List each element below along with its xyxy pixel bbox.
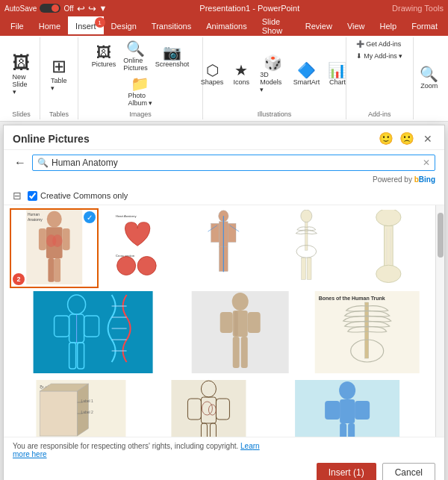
tab-insert[interactable]: Insert 1 xyxy=(68,16,104,36)
image-cell-2[interactable]: Heart Anatomy Cross section xyxy=(100,208,181,288)
image-cell-7[interactable] xyxy=(178,290,302,377)
copyright-note: You are responsible for respecting other… xyxy=(13,442,435,458)
table-icon: ⊞ xyxy=(52,56,66,77)
tab-slideshow[interactable]: Slide Show xyxy=(255,16,298,36)
scrollbar-vertical[interactable] xyxy=(435,205,444,437)
image-cell-4[interactable] xyxy=(266,208,347,288)
icons-button[interactable]: ★ Icons xyxy=(228,60,255,88)
search-icon: 🔍 xyxy=(37,158,49,168)
table-button[interactable]: ⊞ Table ▾ xyxy=(45,53,73,95)
svg-rect-3 xyxy=(39,228,46,250)
blue-body-side-image xyxy=(267,380,428,437)
tab-file[interactable]: File xyxy=(3,16,31,36)
creative-commons-filter[interactable]: Creative Commons only xyxy=(28,191,128,201)
screenshot-button[interactable]: 📷 Screenshot xyxy=(152,43,193,70)
learn-more-link[interactable]: Learn xyxy=(240,442,260,450)
shapes-button[interactable]: ⬡ Shapes xyxy=(198,60,226,88)
tab-help[interactable]: Help xyxy=(373,16,405,36)
svg-text:Bones of the Human Trunk: Bones of the Human Trunk xyxy=(318,296,385,301)
undo-icon[interactable]: ↩ xyxy=(77,3,85,14)
image-cell-3[interactable] xyxy=(183,208,264,288)
new-slide-button[interactable]: 🖼 NewSlide ▾ xyxy=(7,49,37,99)
online-pictures-icon: 🔍 xyxy=(126,41,145,56)
image-row-3: علم التشريح Label 1 Label 2 xyxy=(10,378,429,437)
smiley-happy-icon[interactable]: 🙂 xyxy=(379,131,393,146)
svg-rect-55 xyxy=(248,312,261,333)
insert-button[interactable]: Insert (1) xyxy=(317,463,376,480)
new-slide-icon: 🖼 xyxy=(13,52,31,73)
svg-rect-21 xyxy=(220,246,224,271)
svg-point-27 xyxy=(301,210,312,222)
pictures-button[interactable]: 🖼 Pictures xyxy=(88,43,120,70)
back-button[interactable]: ← xyxy=(13,155,28,171)
3d-models-icon: 🎲 xyxy=(264,55,282,70)
svg-rect-56 xyxy=(233,337,240,368)
skeleton-image xyxy=(267,210,346,284)
svg-rect-86 xyxy=(340,423,346,437)
svg-text:Label 1: Label 1 xyxy=(81,399,93,403)
smartart-button[interactable]: 🔷 SmartArt xyxy=(290,60,323,88)
pictures-icon: 🖼 xyxy=(96,45,111,60)
tab-transitions[interactable]: Transitions xyxy=(144,16,199,36)
tab-format[interactable]: Format xyxy=(404,16,445,36)
redo-icon[interactable]: ↪ xyxy=(88,3,96,14)
ribbon: 🖼 NewSlide ▾ Slides ⊞ Table ▾ Tables 🖼 P xyxy=(0,36,448,122)
svg-rect-38 xyxy=(34,291,153,373)
more-here-link[interactable]: more here xyxy=(13,450,47,458)
svg-rect-58 xyxy=(234,311,238,336)
body-dna-image xyxy=(11,291,175,373)
chart-icon: 📊 xyxy=(328,63,346,78)
svg-rect-22 xyxy=(223,246,228,271)
tab-view[interactable]: View xyxy=(340,16,373,36)
smartart-icon: 🔷 xyxy=(297,63,316,78)
ribbon-group-slides: 🖼 NewSlide ▾ Slides xyxy=(3,37,40,119)
photo-album-button[interactable]: 📁 PhotoAlbum ▾ xyxy=(124,74,156,109)
tab-bar: File Home Insert 1 Design Transitions An… xyxy=(0,16,448,36)
filter-icon[interactable]: ⊟ xyxy=(13,190,22,202)
creative-commons-checkbox[interactable] xyxy=(28,191,37,201)
smiley-sad-icon[interactable]: 🙁 xyxy=(399,131,414,146)
dialog-header-icons: 🙂 🙁 ✕ xyxy=(379,131,435,146)
tab-home[interactable]: Home xyxy=(31,16,68,36)
image-cell-1[interactable]: Human Anatomy ✓ 2 xyxy=(10,208,99,288)
ribbon-group-images: 🖼 Pictures 🔍 OnlinePictures 📷 Screenshot… xyxy=(78,37,203,119)
title-bar: AutoSave Off ↩ ↪ ▼ Presentation1 - Power… xyxy=(0,0,448,16)
tab-review[interactable]: Review xyxy=(298,16,340,36)
image-cell-5[interactable] xyxy=(348,208,429,288)
images-group-label: Images xyxy=(129,109,152,118)
presentation-title: Presentation1 - PowerPoint xyxy=(199,4,299,13)
search-input[interactable] xyxy=(52,158,423,168)
cancel-button[interactable]: Cancel xyxy=(382,463,435,480)
customize-icon[interactable]: ▼ xyxy=(99,4,108,13)
shapes-icon: ⬡ xyxy=(206,63,219,78)
image-cell-9[interactable]: علم التشريح Label 1 Label 2 xyxy=(10,378,152,437)
search-clear-icon[interactable]: ✕ xyxy=(423,158,430,168)
dialog-footer: You are responsible for respecting other… xyxy=(4,437,444,480)
my-addins-button[interactable]: ⬇ My Add-ins ▾ xyxy=(353,51,405,61)
svg-rect-87 xyxy=(348,423,355,437)
svg-rect-84 xyxy=(325,401,340,420)
3d-models-button[interactable]: 🎲 3DModels ▾ xyxy=(256,53,289,96)
tab-design[interactable]: Design xyxy=(104,16,144,36)
get-addins-button[interactable]: ➕ Get Add-ins xyxy=(353,39,404,49)
online-pictures-dialog: Online Pictures 🙂 🙁 ✕ ← 🔍 ✕ Powered by b… xyxy=(3,125,445,480)
badge-1: 1 xyxy=(95,17,105,28)
svg-point-15 xyxy=(138,257,157,275)
image-cell-6[interactable] xyxy=(10,290,176,377)
svg-rect-65 xyxy=(40,391,77,436)
tables-group-label: Tables xyxy=(49,109,69,118)
screenshot-icon: 📷 xyxy=(163,45,181,60)
image-cell-8[interactable]: Bones of the Human Trunk xyxy=(305,290,429,377)
image-cell-10[interactable] xyxy=(154,378,264,437)
icons-icon: ★ xyxy=(234,63,248,78)
online-pictures-button[interactable]: 🔍 OnlinePictures xyxy=(119,39,152,74)
svg-rect-6 xyxy=(55,258,60,282)
close-button[interactable]: ✕ xyxy=(420,131,435,146)
tab-animations[interactable]: Animations xyxy=(199,16,254,36)
scrollbar-thumb[interactable] xyxy=(438,213,444,258)
zoom-button[interactable]: 🔍 Zoom xyxy=(416,64,443,92)
image-cell-11[interactable] xyxy=(265,378,429,437)
svg-text:Heart Anatomy: Heart Anatomy xyxy=(116,214,137,218)
heart-anatomy-image: Heart Anatomy Cross section xyxy=(102,210,180,284)
svg-point-35 xyxy=(376,265,401,282)
